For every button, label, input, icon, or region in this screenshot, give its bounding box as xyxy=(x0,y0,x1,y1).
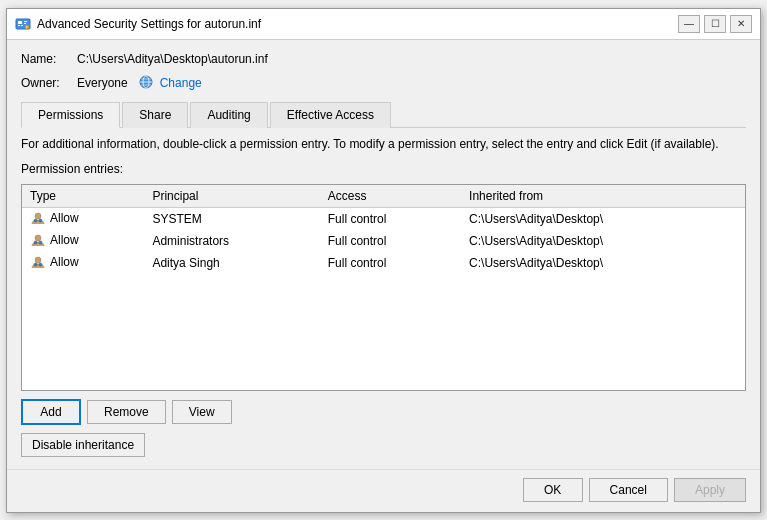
svg-point-18 xyxy=(39,241,42,244)
col-access: Access xyxy=(320,185,461,208)
permissions-table: Type Principal Access Inherited from All… xyxy=(22,185,745,274)
svg-point-14 xyxy=(34,219,37,222)
add-button[interactable]: Add xyxy=(21,399,81,425)
apply-button[interactable]: Apply xyxy=(674,478,746,502)
remove-button[interactable]: Remove xyxy=(87,400,166,424)
tab-permissions[interactable]: Permissions xyxy=(21,102,120,128)
minimize-button[interactable]: — xyxy=(678,15,700,33)
svg-point-15 xyxy=(39,219,42,222)
table-row[interactable]: AllowAdministratorsFull controlC:\Users\… xyxy=(22,230,745,252)
table-header-row: Type Principal Access Inherited from xyxy=(22,185,745,208)
owner-row: Owner: Everyone Change xyxy=(21,74,746,93)
name-value: C:\Users\Aditya\Desktop\autorun.inf xyxy=(77,52,268,66)
window-title: Advanced Security Settings for autorun.i… xyxy=(37,17,672,31)
window-controls: — ☐ ✕ xyxy=(678,15,752,33)
svg-rect-2 xyxy=(18,25,20,26)
tab-share[interactable]: Share xyxy=(122,102,188,128)
cell-access: Full control xyxy=(320,230,461,252)
owner-label: Owner: xyxy=(21,76,71,90)
svg-rect-3 xyxy=(21,25,23,26)
cell-type: Allow xyxy=(22,252,144,274)
svg-point-13 xyxy=(35,213,41,219)
svg-point-16 xyxy=(35,235,41,241)
table-body: AllowSYSTEMFull controlC:\Users\Aditya\D… xyxy=(22,208,745,275)
cell-access: Full control xyxy=(320,208,461,231)
dialog-content: Name: C:\Users\Aditya\Desktop\autorun.in… xyxy=(7,40,760,469)
view-button[interactable]: View xyxy=(172,400,232,424)
name-row: Name: C:\Users\Aditya\Desktop\autorun.in… xyxy=(21,52,746,66)
cell-inherited: C:\Users\Aditya\Desktop\ xyxy=(461,252,745,274)
cell-principal: Administrators xyxy=(144,230,319,252)
change-owner-link[interactable]: Change xyxy=(160,76,202,90)
cell-principal: SYSTEM xyxy=(144,208,319,231)
cell-type: Allow xyxy=(22,208,144,231)
owner-value: Everyone xyxy=(77,76,128,90)
title-bar: ! Advanced Security Settings for autorun… xyxy=(7,9,760,40)
table-header: Type Principal Access Inherited from xyxy=(22,185,745,208)
svg-rect-1 xyxy=(18,21,22,24)
svg-point-20 xyxy=(34,263,37,266)
window-icon: ! xyxy=(15,16,31,32)
description-text: For additional information, double-click… xyxy=(21,136,746,153)
svg-rect-5 xyxy=(24,23,26,24)
name-label: Name: xyxy=(21,52,71,66)
table-row[interactable]: AllowAditya SinghFull controlC:\Users\Ad… xyxy=(22,252,745,274)
disable-inheritance-container: Disable inheritance xyxy=(21,433,746,457)
svg-point-21 xyxy=(39,263,42,266)
cell-inherited: C:\Users\Aditya\Desktop\ xyxy=(461,208,745,231)
maximize-button[interactable]: ☐ xyxy=(704,15,726,33)
tab-bar: Permissions Share Auditing Effective Acc… xyxy=(21,101,746,128)
cell-inherited: C:\Users\Aditya\Desktop\ xyxy=(461,230,745,252)
svg-point-17 xyxy=(34,241,37,244)
tab-effective-access[interactable]: Effective Access xyxy=(270,102,391,128)
col-type: Type xyxy=(22,185,144,208)
action-buttons: Add Remove View xyxy=(21,399,746,425)
col-inherited: Inherited from xyxy=(461,185,745,208)
svg-rect-4 xyxy=(24,21,27,22)
dialog-footer: OK Cancel Apply xyxy=(7,469,760,512)
svg-text:!: ! xyxy=(26,25,27,29)
table-row[interactable]: AllowSYSTEMFull controlC:\Users\Aditya\D… xyxy=(22,208,745,231)
cell-principal: Aditya Singh xyxy=(144,252,319,274)
disable-inheritance-button[interactable]: Disable inheritance xyxy=(21,433,145,457)
permission-entries-label: Permission entries: xyxy=(21,162,746,176)
col-principal: Principal xyxy=(144,185,319,208)
cell-type: Allow xyxy=(22,230,144,252)
permissions-table-container: Type Principal Access Inherited from All… xyxy=(21,184,746,390)
main-window: ! Advanced Security Settings for autorun… xyxy=(6,8,761,513)
close-button[interactable]: ✕ xyxy=(730,15,752,33)
cell-access: Full control xyxy=(320,252,461,274)
cancel-button[interactable]: Cancel xyxy=(589,478,668,502)
globe-icon xyxy=(138,74,154,93)
tab-auditing[interactable]: Auditing xyxy=(190,102,267,128)
svg-point-19 xyxy=(35,257,41,263)
ok-button[interactable]: OK xyxy=(523,478,583,502)
